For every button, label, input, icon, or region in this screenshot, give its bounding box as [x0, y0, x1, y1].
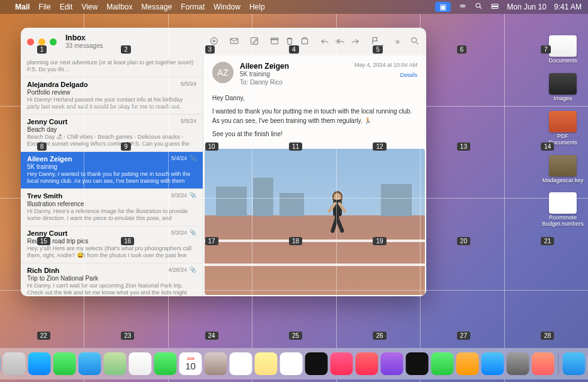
grid-marker: 6: [457, 45, 467, 54]
dock-news[interactable]: [356, 352, 378, 375]
dock-downloads[interactable]: [563, 352, 585, 375]
app-name[interactable]: Mail: [15, 3, 30, 11]
wifi-icon[interactable]: [458, 2, 467, 13]
filter-icon[interactable]: [209, 36, 219, 48]
grid-marker: 25: [289, 332, 302, 340]
message-item[interactable]: planning our next adventure (or at least…: [21, 55, 203, 78]
traffic-lights: [27, 38, 57, 45]
search-icon[interactable]: [410, 36, 420, 48]
reader-body: Hey Danny, I wanted to thank you for put…: [203, 91, 426, 149]
trash-icon[interactable]: [285, 36, 295, 48]
spotlight-icon[interactable]: [475, 2, 483, 12]
envelope-icon[interactable]: [229, 36, 239, 48]
svg-rect-8: [302, 38, 308, 43]
dock-numbers[interactable]: [431, 352, 454, 375]
control-center-icon[interactable]: [490, 2, 499, 13]
mailbox-count: 33 messages: [65, 42, 103, 49]
to-label: To:: [240, 79, 248, 86]
menu-edit[interactable]: Edit: [60, 3, 73, 11]
reader-to: Danny Rico: [250, 79, 283, 86]
menu-message[interactable]: Message: [142, 3, 172, 11]
dock-reminders[interactable]: [230, 352, 252, 375]
grid-marker: 27: [457, 332, 470, 340]
dock-launchpad[interactable]: [3, 352, 26, 375]
close-button[interactable]: [27, 38, 34, 45]
dock-contacts[interactable]: [205, 352, 227, 375]
details-link[interactable]: Details: [354, 72, 417, 78]
dock-iphone-mirror[interactable]: [532, 352, 555, 375]
dock-maps[interactable]: [104, 352, 127, 375]
grid-marker: 20: [457, 237, 470, 245]
dock-mail[interactable]: [79, 352, 101, 375]
desktop-item[interactable]: Madagascar.key: [543, 155, 583, 184]
desktop-item[interactable]: PDF Documents: [543, 111, 583, 146]
reply-all-icon[interactable]: [335, 36, 345, 48]
dock-pages[interactable]: [456, 352, 479, 375]
svg-rect-2: [492, 6, 499, 8]
more-icon[interactable]: »: [395, 37, 400, 46]
svg-point-9: [412, 37, 417, 42]
menu-window[interactable]: Window: [213, 3, 240, 11]
menubar: Mail File Edit View Mailbox Message Form…: [0, 0, 588, 14]
message-item[interactable]: Aileen Zeigen5/4/24📎5K trainingHey Danny…: [21, 152, 203, 189]
reader-timestamp: May 4, 2024 at 10:04 AM: [354, 62, 417, 68]
dock-finder[interactable]: [0, 352, 1, 375]
message-item[interactable]: Trev Smith5/3/24📎Illustration referenceH…: [21, 189, 203, 226]
message-item[interactable]: Jenny Court5/2/24📎Reunion road trip pics…: [21, 226, 203, 263]
grid-marker: 23: [121, 332, 134, 340]
message-item[interactable]: Jenny Court5/5/24Beach dayBeach Day 🏖 - …: [21, 115, 203, 152]
dock-tv[interactable]: [305, 352, 328, 375]
compose-icon[interactable]: [249, 36, 259, 48]
dock-photos[interactable]: [129, 352, 152, 375]
dock-podcasts[interactable]: [381, 352, 404, 375]
grid-marker: 24: [205, 332, 218, 340]
dock-appstore[interactable]: [482, 352, 504, 375]
flag-icon[interactable]: ⌄: [370, 36, 385, 48]
menu-file[interactable]: File: [38, 3, 50, 11]
grid-marker: 28: [541, 332, 554, 340]
dock-messages[interactable]: [54, 352, 76, 375]
forward-icon[interactable]: [350, 36, 360, 48]
avatar: AZ: [212, 62, 234, 83]
message-item[interactable]: Alejandra Delgado5/5/24Portfolio reviewH…: [21, 78, 203, 115]
desktop-item[interactable]: Documents: [543, 35, 583, 64]
attachment-image[interactable]: [205, 149, 425, 295]
reader-from: Aileen Zeigen: [240, 62, 348, 71]
dock-stocks[interactable]: [406, 352, 429, 375]
dock-facetime[interactable]: [154, 352, 177, 375]
menu-mailbox[interactable]: Mailbox: [106, 3, 132, 11]
reply-icon[interactable]: [320, 36, 330, 48]
dock: JUN10: [0, 348, 588, 379]
menubar-time[interactable]: 9:41 AM: [554, 3, 582, 11]
grid-marker: 26: [373, 332, 386, 340]
dock-freeform[interactable]: [280, 352, 303, 375]
message-item[interactable]: Rich Dinh4/28/24📎Trip to Zion National P…: [21, 263, 203, 296]
grid-marker: 22: [37, 332, 50, 340]
junk-icon[interactable]: [300, 36, 310, 48]
dock-music[interactable]: [331, 352, 353, 375]
grid-marker: 21: [541, 237, 554, 245]
dock-calendar[interactable]: JUN10: [179, 352, 202, 375]
menu-format[interactable]: Format: [181, 3, 205, 11]
titlebar[interactable]: Inbox 33 messages ⌄ »: [21, 28, 426, 55]
message-reader: AZ Aileen Zeigen 5K training To: Danny R…: [203, 55, 426, 296]
minimize-button[interactable]: [38, 38, 45, 45]
svg-rect-7: [271, 38, 278, 40]
menu-view[interactable]: View: [81, 3, 98, 11]
screen-share-icon[interactable]: ▣: [435, 2, 451, 12]
dock-notes[interactable]: [255, 352, 278, 375]
dock-settings[interactable]: [507, 352, 529, 375]
svg-rect-4: [230, 38, 238, 43]
mailbox-title: Inbox: [65, 34, 103, 42]
menubar-date[interactable]: Mon Jun 10: [507, 3, 546, 11]
svg-rect-1: [492, 4, 499, 6]
reader-subject: 5K training: [240, 71, 348, 78]
maximize-button[interactable]: [50, 38, 57, 45]
menu-help[interactable]: Help: [249, 3, 265, 11]
grid-marker: 13: [457, 142, 470, 151]
desktop-item[interactable]: Roommate Budget.numbers: [543, 192, 583, 228]
archive-icon[interactable]: [269, 36, 280, 48]
desktop-item[interactable]: Images: [543, 73, 583, 102]
dock-safari[interactable]: [28, 352, 51, 375]
message-list[interactable]: planning our next adventure (or at least…: [21, 55, 203, 296]
